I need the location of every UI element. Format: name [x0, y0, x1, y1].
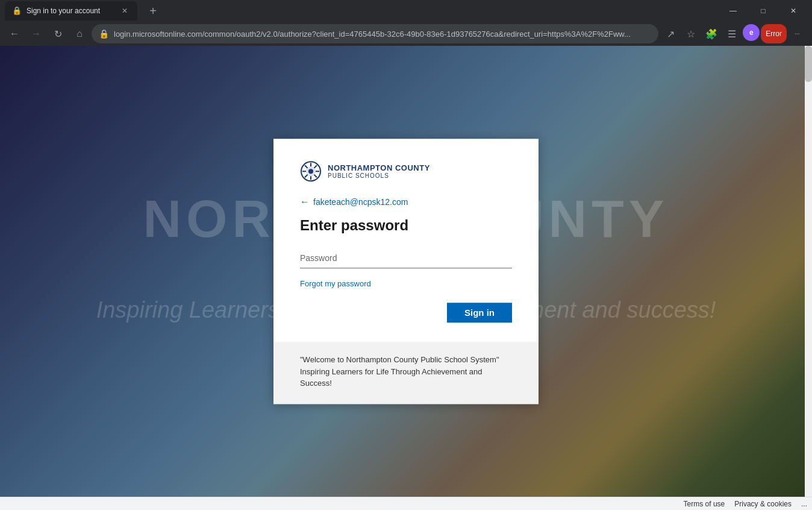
lock-icon: 🔒 — [99, 29, 109, 39]
tab-favicon: 🔒 — [12, 6, 22, 16]
error-label: Error — [766, 30, 782, 38]
share-button[interactable]: ↗ — [661, 24, 680, 43]
extensions-button[interactable]: 🧩 — [702, 24, 721, 43]
back-email-text: faketeach@ncpsk12.com — [313, 197, 408, 207]
svg-line-8 — [314, 165, 317, 168]
minimize-button[interactable]: — — [719, 0, 747, 22]
forward-button[interactable]: → — [27, 24, 46, 43]
card-footer: "Welcome to Northampton County Public Sc… — [273, 342, 539, 404]
card-heading: Enter password — [300, 217, 512, 234]
tab-title: Sign in to your account — [27, 7, 114, 15]
password-field-container — [300, 248, 512, 268]
title-bar: 🔒 Sign in to your account ✕ + — □ ✕ — [0, 0, 812, 22]
card-main: Northampton County Public Schools ← fake… — [273, 139, 539, 342]
org-logo-icon — [300, 160, 322, 182]
back-button[interactable]: ← — [5, 24, 24, 43]
close-button[interactable]: ✕ — [779, 0, 807, 22]
url-text: login.microsoftonline.com/common/oauth2/… — [114, 30, 651, 39]
login-card: Northampton County Public Schools ← fake… — [273, 139, 539, 404]
back-email-link[interactable]: ← faketeach@ncpsk12.com — [300, 197, 512, 207]
back-arrow-icon: ← — [300, 197, 310, 207]
forgot-password-link[interactable]: Forgot my password — [300, 279, 371, 288]
svg-line-9 — [305, 175, 308, 178]
menu-button[interactable]: ••• — [788, 24, 807, 43]
bookmark-button[interactable]: ☆ — [681, 24, 701, 43]
status-bar: Terms of use Privacy & cookies ... — [0, 497, 812, 510]
terms-of-use-link[interactable]: Terms of use — [684, 500, 725, 508]
svg-line-6 — [305, 165, 308, 168]
svg-point-10 — [308, 169, 313, 174]
profile-button[interactable]: e — [743, 24, 760, 41]
org-subname: Public Schools — [328, 173, 430, 180]
home-button[interactable]: ⌂ — [70, 24, 89, 43]
password-input[interactable] — [300, 248, 512, 268]
scrollbar-track[interactable] — [805, 46, 812, 497]
org-name: Northampton County — [328, 163, 430, 173]
sidebar-button[interactable]: ☰ — [722, 24, 742, 43]
org-name-block: Northampton County Public Schools — [328, 163, 430, 180]
browser-window: 🔒 Sign in to your account ✕ + — □ ✕ ← → … — [0, 0, 812, 510]
active-tab[interactable]: 🔒 Sign in to your account ✕ — [5, 1, 137, 20]
url-bar[interactable]: 🔒 login.microsoftonline.com/common/oauth… — [92, 24, 658, 43]
error-badge[interactable]: Error — [761, 24, 787, 43]
window-controls: — □ ✕ — [719, 0, 807, 22]
maximize-button[interactable]: □ — [749, 0, 777, 22]
toolbar-actions: ↗ ☆ 🧩 ☰ e Error ••• — [661, 24, 807, 43]
new-tab-button[interactable]: + — [145, 2, 161, 19]
more-options[interactable]: ... — [801, 500, 807, 508]
refresh-button[interactable]: ↻ — [48, 24, 67, 43]
page-content: NORTHA COUNTY PUBL OOLS Inspiring Learne… — [0, 46, 812, 497]
tab-close-button[interactable]: ✕ — [119, 5, 130, 16]
scrollbar-thumb[interactable] — [805, 46, 812, 82]
welcome-text: "Welcome to Northampton County Public Sc… — [300, 354, 512, 389]
privacy-cookies-link[interactable]: Privacy & cookies — [734, 500, 792, 508]
sign-in-button[interactable]: Sign in — [447, 303, 512, 323]
org-logo: Northampton County Public Schools — [300, 160, 512, 182]
svg-line-7 — [314, 175, 317, 178]
address-bar: ← → ↻ ⌂ 🔒 login.microsoftonline.com/comm… — [0, 22, 812, 46]
